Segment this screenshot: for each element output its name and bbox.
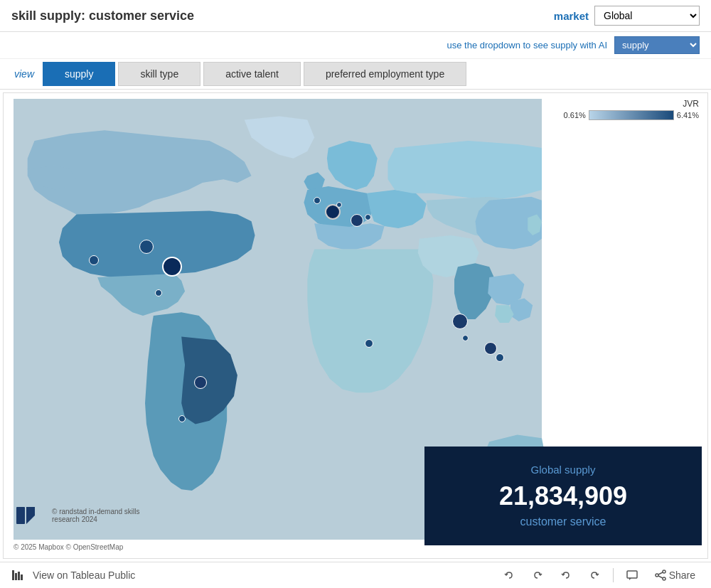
tab-skill-type[interactable]: skill type (118, 62, 201, 86)
map-dot (155, 289, 162, 296)
tab-supply[interactable]: supply (43, 62, 115, 86)
map-dot (365, 339, 373, 348)
map-dot (162, 257, 182, 277)
svg-rect-6 (627, 571, 637, 578)
market-label: market (554, 10, 589, 22)
view-label: view (7, 63, 41, 85)
svg-point-8 (663, 577, 665, 580)
svg-point-7 (663, 570, 665, 573)
map-dot (336, 202, 342, 208)
map-dot (178, 415, 186, 422)
svg-line-11 (658, 576, 663, 578)
map-dot (139, 240, 154, 254)
title-prefix: skill supply: (11, 9, 89, 23)
comment-button[interactable] (622, 567, 642, 584)
footer: View on Tableau Public Share (0, 562, 711, 588)
svg-rect-4 (18, 572, 20, 580)
tab-active-talent[interactable]: active talent (203, 62, 301, 86)
ai-dropdown-label: use the dropdown to see supply with AI (447, 40, 607, 50)
info-box: Global supply 21,834,909 customer servic… (424, 447, 702, 545)
info-box-number: 21,834,909 (442, 481, 685, 511)
ai-supply-select[interactable]: supply supply with AI (614, 36, 700, 54)
map-dot (496, 353, 504, 362)
undo-icon (503, 570, 515, 581)
share-button[interactable]: Share (651, 567, 700, 584)
forward-icon (589, 570, 600, 581)
map-dot (365, 214, 371, 220)
map-dot (89, 255, 99, 265)
info-box-label: Global supply (442, 464, 685, 476)
undo-button[interactable] (499, 567, 519, 584)
title-skill: customer service (89, 9, 194, 23)
redo-icon (532, 570, 543, 581)
legend-max: 6.41% (677, 111, 699, 119)
page-title: skill supply: customer service (11, 9, 194, 23)
market-select[interactable]: Global North America Europe Asia Pacific (594, 6, 700, 26)
map-dot (314, 197, 321, 204)
svg-rect-1 (16, 507, 25, 524)
svg-rect-3 (15, 573, 17, 580)
tableau-icon (11, 570, 23, 581)
forward-button[interactable] (584, 567, 604, 584)
legend-min: 0.61% (564, 111, 586, 119)
svg-rect-2 (12, 570, 14, 580)
svg-rect-5 (21, 574, 23, 580)
legend-gradient-bar (589, 110, 674, 120)
map-dot (194, 376, 207, 389)
back-button[interactable] (556, 567, 576, 584)
svg-line-10 (658, 572, 663, 574)
map-dot (462, 335, 469, 341)
svg-point-9 (656, 574, 658, 577)
redo-button[interactable] (528, 567, 547, 584)
share-label: Share (669, 570, 695, 581)
randstad-logo: © randstad in-demand skills research 202… (16, 504, 151, 527)
map-credits: © 2025 Mapbox © OpenStreetMap (9, 542, 127, 552)
comment-icon (626, 570, 638, 581)
tab-preferred-employment-type[interactable]: preferred employment type (304, 62, 466, 86)
map-content: JVR 0.61% 6.41% (3, 92, 708, 559)
randstad-text: © randstad in-demand skills research 202… (52, 508, 151, 523)
back-icon (560, 570, 572, 581)
view-tableau-button[interactable]: View on Tableau Public (28, 567, 139, 584)
view-tableau-label: View on Tableau Public (33, 570, 135, 581)
map-dot (351, 214, 363, 227)
legend-title: JVR (683, 99, 699, 109)
map-dot (452, 314, 468, 329)
footer-divider (613, 568, 614, 582)
map-dot (484, 342, 497, 355)
world-map: © randstad in-demand skills research 202… (9, 99, 702, 552)
map-legend: JVR 0.61% 6.41% (564, 99, 699, 120)
share-icon (655, 570, 666, 581)
info-box-skill: customer service (442, 515, 685, 528)
